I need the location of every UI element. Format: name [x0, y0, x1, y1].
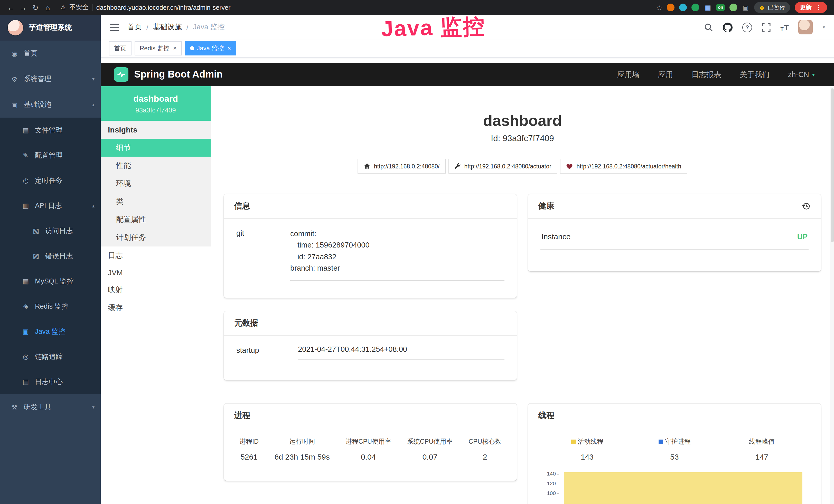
profile-paused-badge[interactable]: ☻ 已暂停 [754, 2, 790, 13]
scrollbar[interactable] [830, 86, 834, 504]
app-header: 首页 / 基础设施 / Java 监控 ? [101, 15, 834, 40]
history-icon[interactable] [802, 202, 811, 210]
sidebar-item-infrastructure[interactable]: ▣ 基础设施 ▴ [0, 92, 101, 118]
app-logo[interactable]: 芋道管理系统 [0, 15, 101, 41]
tag-redis-monitor[interactable]: Redis 监控 × [135, 41, 182, 55]
github-icon[interactable] [723, 22, 732, 32]
metadata-card: 元数据 startup 2021-04-27T00:44:31.254+08:0… [224, 311, 517, 380]
breadcrumb-infrastructure[interactable]: 基础设施 [153, 23, 182, 32]
sba-insights-group: Insights 细节 性能 环境 类 配置属性 计划任务 [101, 121, 211, 247]
sidebar-item-mysql-monitor[interactable]: ▦ MySQL 监控 [0, 269, 101, 294]
threads-chart: 140 120 100 [541, 471, 809, 504]
info-card-body: git commit: time: 1596289704000 id: 27aa… [224, 219, 517, 290]
scrollbar-thumb[interactable] [831, 88, 834, 243]
sba-item-environment[interactable]: 环境 [101, 175, 211, 192]
legend-peak-threads: 线程峰值 147 [718, 437, 806, 461]
tag-close-icon[interactable]: × [173, 45, 177, 51]
sba-item-jvm[interactable]: JVM [101, 265, 211, 281]
extension-grid-icon[interactable]: ▦ [704, 4, 712, 11]
database-icon: ▦ [22, 277, 30, 285]
sidebar-item-dev-tools[interactable]: ⚒ 研发工具 ▾ [0, 394, 101, 420]
health-heart-icon [566, 163, 573, 169]
sba-link-applications[interactable]: 应用 [658, 70, 673, 79]
tag-label: Java 监控 [197, 44, 224, 53]
sba-item-caches[interactable]: 缓存 [101, 299, 211, 317]
tag-java-monitor[interactable]: Java 监控 × [185, 41, 236, 55]
font-size-icon[interactable]: TT [780, 23, 789, 31]
sidebar-item-log-center[interactable]: ▤ 日志中心 [0, 369, 101, 394]
process-metric-pid: 进程ID 5261 [239, 437, 259, 461]
back-icon[interactable]: ← [5, 3, 17, 12]
sidebar-item-api-log[interactable]: ▥ API 日志 ▴ [0, 193, 101, 218]
sba-item-classes[interactable]: 类 [101, 192, 211, 210]
endpoint-actuator-url[interactable]: http://192.168.0.2:48080/actuator [448, 159, 557, 174]
tag-close-icon[interactable]: × [227, 45, 231, 51]
user-menu-caret-icon[interactable]: ▾ [823, 25, 825, 30]
infrastructure-submenu: ▤ 文件管理 ✎ 配置管理 ◷ 定时任务 ▥ API 日志 ▴ [0, 118, 101, 394]
sidebar-item-access-log[interactable]: ▧ 访问日志 [0, 218, 101, 244]
legend-daemon-threads[interactable]: 守护进程 53 [631, 437, 718, 461]
sidebar-item-label: 文件管理 [35, 125, 63, 135]
search-icon[interactable] [704, 23, 713, 31]
endpoint-health-url[interactable]: http://192.168.0.2:48080/actuator/health [560, 159, 687, 174]
user-avatar[interactable] [798, 20, 813, 35]
error-log-icon: ▨ [32, 252, 40, 260]
sba-link-wallboard[interactable]: 应用墙 [617, 70, 640, 79]
breadcrumb-home[interactable]: 首页 [127, 23, 142, 32]
extension-icon-2[interactable] [679, 4, 687, 11]
sba-item-performance[interactable]: 性能 [101, 157, 211, 175]
browser-menu-kebab-icon[interactable]: ⋮ [815, 4, 822, 11]
sidebar-collapse-icon[interactable] [110, 23, 119, 31]
endpoint-links: http://192.168.0.2:48080/ http://192.168… [211, 159, 834, 174]
spring-boot-admin-logo-icon[interactable] [114, 67, 128, 82]
extensions-puzzle-icon[interactable]: ▣ [742, 4, 749, 11]
sba-navbar: Spring Boot Admin 应用墙 应用 日志报表 关于我们 zh-CN… [101, 63, 834, 86]
health-instance-row[interactable]: Instance UP [541, 228, 809, 250]
legend-active-threads[interactable]: 活动线程 143 [544, 437, 631, 461]
tools-icon: ⚒ [10, 403, 19, 411]
sidebar-item-redis-monitor[interactable]: ◈ Redis 监控 [0, 294, 101, 319]
sba-title[interactable]: Spring Boot Admin [134, 69, 223, 80]
reload-icon[interactable]: ↻ [30, 3, 41, 12]
sidebar-item-error-log[interactable]: ▨ 错误日志 [0, 244, 101, 269]
card-title: 信息 [234, 201, 250, 211]
sba-locale-select[interactable]: zh-CN ▾ [788, 70, 815, 78]
sidebar-item-label: 定时任务 [35, 176, 63, 185]
extension-icon-4[interactable] [729, 4, 737, 11]
chrome-update-button[interactable]: 更新 ⋮ [795, 2, 827, 13]
endpoint-service-url[interactable]: http://192.168.0.2:48080/ [357, 159, 446, 174]
forward-icon[interactable]: → [18, 3, 29, 12]
tag-label: Redis 监控 [140, 44, 170, 53]
chevron-down-icon: ▾ [92, 76, 94, 82]
sidebar-item-system-mgmt[interactable]: ⚙ 系统管理 ▾ [0, 66, 101, 92]
help-icon[interactable]: ? [742, 22, 752, 32]
sba-instance-header[interactable]: dashboard 93a3fc7f7409 [101, 86, 211, 121]
sba-item-config-props[interactable]: 配置属性 [101, 210, 211, 229]
sidebar-item-home[interactable]: ◉ 首页 [0, 41, 101, 66]
app-frame: 芋道管理系统 ◉ 首页 ⚙ 系统管理 ▾ ▣ 基础设施 ▴ [0, 15, 834, 504]
address-bar[interactable]: ⚠ 不安全 dashboard.yudao.iocoder.cn/infra/a… [61, 3, 231, 12]
fullscreen-icon[interactable] [762, 23, 771, 31]
sba-item-details[interactable]: 细节 [101, 139, 211, 157]
sba-item-logs[interactable]: 日志 [101, 247, 211, 265]
sidebar-item-file-mgmt[interactable]: ▤ 文件管理 [0, 118, 101, 143]
extension-icon-3[interactable] [692, 4, 699, 11]
sidebar-item-label: 系统管理 [24, 74, 51, 84]
extension-on-badge[interactable]: on [716, 4, 725, 11]
sidebar-item-tracing[interactable]: ◎ 链路追踪 [0, 344, 101, 369]
sba-link-journal[interactable]: 日志报表 [692, 70, 721, 79]
extension-icon-1[interactable] [667, 4, 675, 11]
sidebar-item-scheduled-jobs[interactable]: ◷ 定时任务 [0, 168, 101, 193]
sidebar-item-java-monitor[interactable]: ▣ Java 监控 [0, 319, 101, 344]
browser-home-icon[interactable]: ⌂ [42, 3, 53, 12]
sba-link-about[interactable]: 关于我们 [740, 70, 770, 79]
sidebar-item-config-mgmt[interactable]: ✎ 配置管理 [0, 143, 101, 168]
tag-home[interactable]: 首页 [109, 41, 132, 55]
sba-item-mappings[interactable]: 映射 [101, 281, 211, 299]
instance-id-line: Id: 93a3fc7f7409 [211, 134, 834, 143]
sba-body: dashboard 93a3fc7f7409 Insights 细节 性能 环境… [101, 86, 834, 504]
threads-card-body: 活动线程 143 守护进程 53 [528, 428, 821, 504]
bookmark-star-icon[interactable]: ☆ [656, 3, 662, 12]
sba-item-scheduled-tasks[interactable]: 计划任务 [101, 229, 211, 247]
process-card-header: 进程 [224, 404, 517, 428]
